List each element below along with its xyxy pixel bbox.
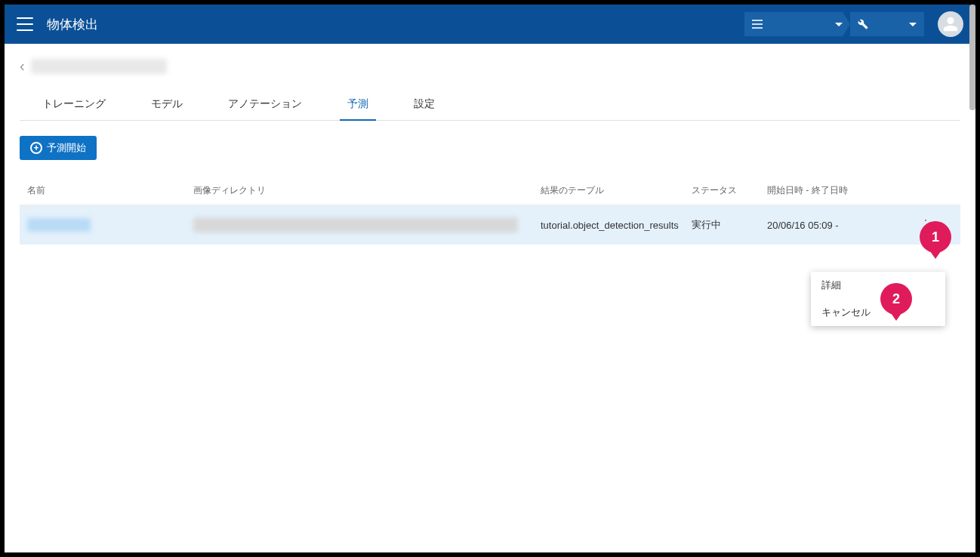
start-prediction-label: 予測開始 <box>47 141 86 155</box>
col-image-dir: 画像ディレクトリ <box>193 184 541 197</box>
breadcrumb-title-blur <box>31 59 167 74</box>
row-result-table: tutorial.object_detection_results <box>541 220 692 231</box>
tab-prediction[interactable]: 予測 <box>325 90 391 120</box>
col-name: 名前 <box>27 184 193 197</box>
chevron-down-icon <box>835 23 843 26</box>
tab-settings[interactable]: 設定 <box>391 90 458 120</box>
row-name-blur <box>27 218 91 232</box>
col-result-table: 結果のテーブル <box>541 184 692 197</box>
tab-model[interactable]: モデル <box>128 90 205 120</box>
start-prediction-button[interactable]: + 予測開始 <box>20 136 97 160</box>
table-header: 名前 画像ディレクトリ 結果のテーブル ステータス 開始日時 - 終了日時 <box>20 177 960 205</box>
tab-bar: トレーニング モデル アノテーション 予測 設定 <box>20 90 960 121</box>
dropdown-value-blur <box>874 23 904 26</box>
back-icon[interactable]: ‹ <box>20 57 25 75</box>
row-imagedir-blur <box>193 217 518 232</box>
svg-rect-0 <box>752 20 763 21</box>
menu-item-cancel[interactable]: キャンセル <box>811 299 945 326</box>
menu-icon[interactable] <box>17 17 33 31</box>
plus-circle-icon: + <box>30 142 42 154</box>
breadcrumb: ‹ <box>20 57 960 75</box>
col-status: ステータス <box>692 184 767 197</box>
tab-annotation[interactable]: アノテーション <box>205 90 325 120</box>
col-datetime: 開始日時 - 終了日時 <box>767 184 911 197</box>
wrench-icon <box>858 19 868 29</box>
project-dropdown[interactable] <box>744 12 850 36</box>
chevron-down-icon <box>909 23 917 26</box>
menu-item-detail[interactable]: 詳細 <box>811 272 945 299</box>
row-context-menu: 詳細 キャンセル <box>811 272 945 326</box>
tab-training[interactable]: トレーニング <box>20 90 128 120</box>
tool-dropdown[interactable] <box>850 12 924 36</box>
avatar[interactable] <box>938 11 963 37</box>
svg-rect-2 <box>752 27 763 29</box>
svg-rect-1 <box>752 23 763 25</box>
callout-1: 1 <box>920 221 951 253</box>
row-datetime: 20/06/16 05:09 - <box>767 220 911 231</box>
dropdown-value-blur <box>769 23 831 26</box>
callout-2: 2 <box>880 283 912 315</box>
predictions-table: 名前 画像ディレクトリ 結果のテーブル ステータス 開始日時 - 終了日時 tu… <box>20 177 960 245</box>
app-header: 物体検出 <box>5 5 975 44</box>
row-status: 実行中 <box>692 218 767 232</box>
table-row[interactable]: tutorial.object_detection_results 実行中 20… <box>20 205 960 245</box>
app-title: 物体検出 <box>47 16 98 33</box>
list-icon <box>752 20 763 29</box>
